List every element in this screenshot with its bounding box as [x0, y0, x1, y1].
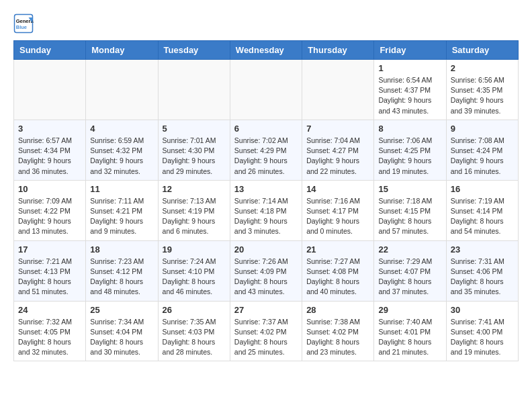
calendar-cell: 22Sunrise: 7:29 AM Sunset: 4:07 PM Dayli…: [374, 240, 446, 301]
day-number: 6: [234, 124, 298, 134]
day-number: 27: [234, 305, 298, 315]
day-number: 11: [90, 184, 153, 194]
weekday-wednesday: Wednesday: [230, 41, 302, 60]
logo-icon: General Blue: [13, 13, 34, 34]
calendar-cell: 6Sunrise: 7:02 AM Sunset: 4:29 PM Daylig…: [230, 120, 302, 180]
week-row-3: 10Sunrise: 7:09 AM Sunset: 4:22 PM Dayli…: [14, 180, 519, 240]
day-info: Sunrise: 6:54 AM Sunset: 4:37 PM Dayligh…: [378, 75, 441, 116]
day-number: 29: [378, 305, 441, 315]
calendar-cell: 30Sunrise: 7:41 AM Sunset: 4:00 PM Dayli…: [446, 301, 518, 361]
day-number: 2: [451, 63, 514, 73]
day-info: Sunrise: 7:11 AM Sunset: 4:21 PM Dayligh…: [90, 196, 153, 237]
day-number: 13: [234, 184, 298, 194]
calendar-cell: 15Sunrise: 7:18 AM Sunset: 4:15 PM Dayli…: [374, 180, 446, 240]
day-info: Sunrise: 7:24 AM Sunset: 4:10 PM Dayligh…: [163, 257, 226, 298]
day-number: 16: [451, 184, 514, 194]
day-number: 3: [18, 124, 81, 134]
calendar-cell: 8Sunrise: 7:06 AM Sunset: 4:25 PM Daylig…: [374, 120, 446, 180]
day-info: Sunrise: 7:40 AM Sunset: 4:01 PM Dayligh…: [378, 317, 441, 358]
day-number: 30: [451, 305, 514, 315]
calendar-cell: 25Sunrise: 7:34 AM Sunset: 4:04 PM Dayli…: [86, 301, 158, 361]
day-number: 22: [378, 244, 441, 255]
calendar-cell: 14Sunrise: 7:16 AM Sunset: 4:17 PM Dayli…: [302, 180, 374, 240]
weekday-thursday: Thursday: [302, 41, 374, 60]
day-info: Sunrise: 7:02 AM Sunset: 4:29 PM Dayligh…: [234, 136, 298, 177]
calendar-cell: [302, 60, 374, 120]
calendar-cell: 13Sunrise: 7:14 AM Sunset: 4:18 PM Dayli…: [230, 180, 302, 240]
weekday-tuesday: Tuesday: [158, 41, 230, 60]
day-info: Sunrise: 7:29 AM Sunset: 4:07 PM Dayligh…: [378, 257, 441, 298]
day-info: Sunrise: 7:16 AM Sunset: 4:17 PM Dayligh…: [306, 196, 369, 237]
day-number: 5: [163, 124, 226, 134]
calendar-cell: [14, 60, 86, 120]
day-info: Sunrise: 7:06 AM Sunset: 4:25 PM Dayligh…: [378, 136, 441, 177]
day-info: Sunrise: 7:01 AM Sunset: 4:30 PM Dayligh…: [163, 136, 226, 177]
day-number: 1: [378, 63, 441, 73]
calendar-cell: [158, 60, 230, 120]
calendar-header: SundayMondayTuesdayWednesdayThursdayFrid…: [14, 41, 519, 60]
weekday-sunday: Sunday: [14, 41, 86, 60]
day-info: Sunrise: 7:38 AM Sunset: 4:02 PM Dayligh…: [306, 317, 369, 358]
day-number: 4: [90, 124, 153, 134]
day-number: 10: [18, 184, 81, 194]
svg-text:Blue: Blue: [16, 24, 27, 30]
week-row-4: 17Sunrise: 7:21 AM Sunset: 4:13 PM Dayli…: [14, 240, 519, 301]
calendar-cell: [86, 60, 158, 120]
calendar-cell: 18Sunrise: 7:23 AM Sunset: 4:12 PM Dayli…: [86, 240, 158, 301]
day-info: Sunrise: 6:59 AM Sunset: 4:32 PM Dayligh…: [90, 136, 153, 177]
day-number: 8: [378, 124, 441, 134]
day-info: Sunrise: 7:32 AM Sunset: 4:05 PM Dayligh…: [18, 317, 81, 358]
day-info: Sunrise: 7:23 AM Sunset: 4:12 PM Dayligh…: [90, 257, 153, 298]
calendar-cell: 5Sunrise: 7:01 AM Sunset: 4:30 PM Daylig…: [158, 120, 230, 180]
day-info: Sunrise: 6:57 AM Sunset: 4:34 PM Dayligh…: [18, 136, 81, 177]
day-number: 25: [90, 305, 153, 315]
calendar-cell: 7Sunrise: 7:04 AM Sunset: 4:27 PM Daylig…: [302, 120, 374, 180]
day-number: 24: [18, 305, 81, 315]
day-number: 15: [378, 184, 441, 194]
day-number: 7: [306, 124, 369, 134]
weekday-saturday: Saturday: [446, 41, 518, 60]
logo: General Blue: [13, 13, 37, 34]
calendar-cell: 9Sunrise: 7:08 AM Sunset: 4:24 PM Daylig…: [446, 120, 518, 180]
day-info: Sunrise: 7:13 AM Sunset: 4:19 PM Dayligh…: [163, 196, 226, 237]
calendar-cell: 23Sunrise: 7:31 AM Sunset: 4:06 PM Dayli…: [446, 240, 518, 301]
day-info: Sunrise: 6:56 AM Sunset: 4:35 PM Dayligh…: [451, 75, 514, 116]
calendar-cell: 4Sunrise: 6:59 AM Sunset: 4:32 PM Daylig…: [86, 120, 158, 180]
calendar-cell: 3Sunrise: 6:57 AM Sunset: 4:34 PM Daylig…: [14, 120, 86, 180]
day-number: 14: [306, 184, 369, 194]
calendar: SundayMondayTuesdayWednesdayThursdayFrid…: [13, 40, 519, 361]
calendar-cell: 19Sunrise: 7:24 AM Sunset: 4:10 PM Dayli…: [158, 240, 230, 301]
calendar-cell: 17Sunrise: 7:21 AM Sunset: 4:13 PM Dayli…: [14, 240, 86, 301]
calendar-cell: 10Sunrise: 7:09 AM Sunset: 4:22 PM Dayli…: [14, 180, 86, 240]
day-number: 21: [306, 244, 369, 255]
calendar-cell: 2Sunrise: 6:56 AM Sunset: 4:35 PM Daylig…: [446, 60, 518, 120]
day-info: Sunrise: 7:37 AM Sunset: 4:02 PM Dayligh…: [234, 317, 298, 358]
day-number: 28: [306, 305, 369, 315]
page-header: General Blue: [13, 13, 519, 34]
calendar-cell: 26Sunrise: 7:35 AM Sunset: 4:03 PM Dayli…: [158, 301, 230, 361]
day-info: Sunrise: 7:14 AM Sunset: 4:18 PM Dayligh…: [234, 196, 298, 237]
week-row-2: 3Sunrise: 6:57 AM Sunset: 4:34 PM Daylig…: [14, 120, 519, 180]
calendar-cell: 29Sunrise: 7:40 AM Sunset: 4:01 PM Dayli…: [374, 301, 446, 361]
day-info: Sunrise: 7:35 AM Sunset: 4:03 PM Dayligh…: [163, 317, 226, 358]
day-number: 20: [234, 244, 298, 255]
calendar-body: 1Sunrise: 6:54 AM Sunset: 4:37 PM Daylig…: [14, 60, 519, 361]
day-number: 9: [451, 124, 514, 134]
day-info: Sunrise: 7:27 AM Sunset: 4:08 PM Dayligh…: [306, 257, 369, 298]
calendar-cell: 21Sunrise: 7:27 AM Sunset: 4:08 PM Dayli…: [302, 240, 374, 301]
day-number: 17: [18, 244, 81, 255]
calendar-cell: 28Sunrise: 7:38 AM Sunset: 4:02 PM Dayli…: [302, 301, 374, 361]
day-number: 19: [163, 244, 226, 255]
day-info: Sunrise: 7:26 AM Sunset: 4:09 PM Dayligh…: [234, 257, 298, 298]
day-info: Sunrise: 7:31 AM Sunset: 4:06 PM Dayligh…: [451, 257, 514, 298]
day-info: Sunrise: 7:09 AM Sunset: 4:22 PM Dayligh…: [18, 196, 81, 237]
calendar-cell: 1Sunrise: 6:54 AM Sunset: 4:37 PM Daylig…: [374, 60, 446, 120]
day-number: 23: [451, 244, 514, 255]
calendar-cell: [230, 60, 302, 120]
day-number: 12: [163, 184, 226, 194]
calendar-cell: 12Sunrise: 7:13 AM Sunset: 4:19 PM Dayli…: [158, 180, 230, 240]
day-info: Sunrise: 7:04 AM Sunset: 4:27 PM Dayligh…: [306, 136, 369, 177]
day-info: Sunrise: 7:41 AM Sunset: 4:00 PM Dayligh…: [451, 317, 514, 358]
weekday-monday: Monday: [86, 41, 158, 60]
day-number: 18: [90, 244, 153, 255]
